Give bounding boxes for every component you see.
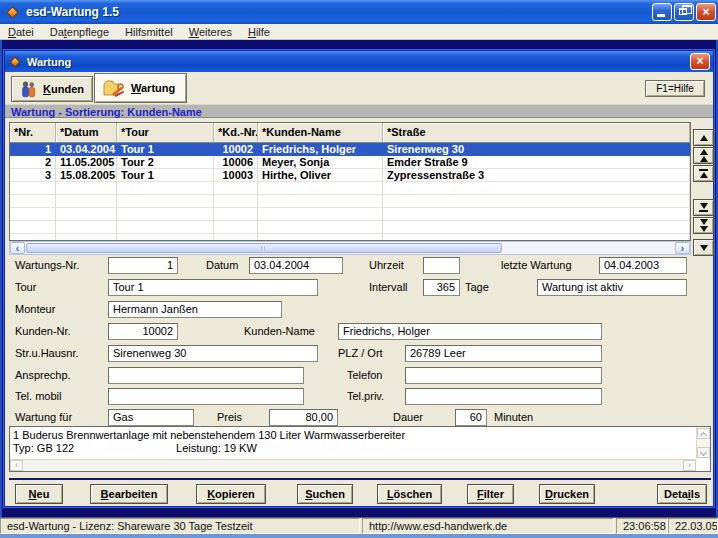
notes-scroll-down-button[interactable] xyxy=(697,447,710,458)
menu-item-datei[interactable]: Datei xyxy=(0,24,42,40)
notes-scroll-left-button[interactable]: ‹ xyxy=(10,460,23,471)
button-panel-divider xyxy=(9,478,711,480)
table-row-empty xyxy=(10,208,690,221)
tour-label: Tour xyxy=(15,279,36,296)
scroll-bottom-button[interactable] xyxy=(693,199,714,216)
notes-hscrollbar[interactable]: ‹ › xyxy=(10,459,696,471)
scroll-up-button[interactable] xyxy=(693,129,714,146)
dialog-close-button[interactable]: × xyxy=(690,53,710,70)
monteur-label: Monteur xyxy=(15,301,55,318)
plz-ort-field[interactable]: 26789 Leer xyxy=(405,345,602,362)
wartung-fuer-field[interactable]: Gas xyxy=(108,409,194,426)
details-button[interactable]: Details xyxy=(657,484,707,504)
strasse-field[interactable]: Sirenenweg 30 xyxy=(108,345,318,362)
sort-bar: Wartung - Sortierung: Kunden-Name xyxy=(5,104,713,118)
table-header: *Nr. *Datum *Tour *Kd.-Nr. *Kunden-Name … xyxy=(10,123,690,143)
table-row[interactable]: 3 15.08.2005 Tour 1 10003 Hirthe, Oliver… xyxy=(10,169,690,182)
letzte-wartung-label: letzte Wartung xyxy=(501,257,572,274)
kunden-name-field[interactable]: Friedrichs, Holger xyxy=(338,323,602,340)
col-header-tour[interactable]: *Tour xyxy=(117,123,214,143)
scroll-down-button[interactable] xyxy=(693,239,714,256)
maintenance-notes-textarea[interactable]: 1 Buderus Brennwertanlage mit nebenstehe… xyxy=(9,426,711,472)
scroll-page-down-button[interactable] xyxy=(693,217,714,234)
tab-wartung[interactable]: Wartung xyxy=(94,73,187,103)
monteur-field[interactable]: Hermann Janßen xyxy=(108,301,282,318)
cell-datum: 03.04.2004 xyxy=(56,143,117,156)
wartungs-nr-field[interactable]: 1 xyxy=(108,257,178,274)
minimize-button[interactable] xyxy=(652,3,672,21)
telefon-field[interactable] xyxy=(405,367,602,384)
tab-kunden-label: Kunden xyxy=(43,83,84,95)
cell-nr: 2 xyxy=(10,156,56,169)
scroll-left-button[interactable]: ‹ xyxy=(10,242,25,254)
uhrzeit-field[interactable] xyxy=(423,257,460,274)
drucken-button[interactable]: Drucken xyxy=(539,484,595,504)
chevron-up-icon xyxy=(700,432,707,439)
hscroll-thumb[interactable] xyxy=(26,243,502,253)
double-arrow-down-icon xyxy=(700,219,708,225)
cell-strasse: Emder Straße 9 xyxy=(383,156,690,169)
scroll-top-button[interactable] xyxy=(693,165,714,182)
table-row[interactable]: 1 03.04.2004 Tour 1 10002 Friedrichs, Ho… xyxy=(10,143,690,156)
menu-item-datenpflege[interactable]: Datenpflege xyxy=(42,24,117,40)
dialog-title: Wartung xyxy=(27,56,71,68)
dauer-field[interactable]: 60 xyxy=(455,409,487,426)
cell-strasse: Zypressenstraße 3 xyxy=(383,169,690,182)
tour-field[interactable]: Tour 1 xyxy=(108,279,318,296)
loeschen-button[interactable]: Löschen xyxy=(377,484,442,504)
notes-scroll-up-button[interactable] xyxy=(697,428,710,439)
status-date: 22.03.05 xyxy=(668,518,718,534)
col-header-kdnr[interactable]: *Kd.-Nr. xyxy=(214,123,258,143)
status-license: esd-Wartung - Lizenz: Shareware 30 Tage … xyxy=(0,518,360,534)
datum-label: Datum xyxy=(206,257,238,274)
datum-field[interactable]: 03.04.2004 xyxy=(249,257,343,274)
col-header-datum[interactable]: *Datum xyxy=(56,123,117,143)
close-button[interactable]: × xyxy=(696,3,716,21)
preis-field[interactable]: 80,00 xyxy=(269,409,338,426)
col-header-name[interactable]: *Kunden-Name xyxy=(258,123,383,143)
notes-scroll-right-button[interactable]: › xyxy=(683,460,696,471)
wartung-status-field[interactable]: Wartung ist aktiv xyxy=(537,279,687,296)
notes-vscrollbar[interactable] xyxy=(696,427,710,459)
table-row[interactable]: 2 11.05.2005 Tour 2 10006 Meyer, Sonja E… xyxy=(10,156,690,169)
kopieren-button[interactable]: Kopieren xyxy=(196,484,266,504)
neu-button[interactable]: Neu xyxy=(15,484,63,504)
table-row-empty xyxy=(10,195,690,208)
cell-nr: 1 xyxy=(10,143,56,156)
restore-icon xyxy=(679,8,687,15)
wartungs-nr-label: Wartungs-Nr. xyxy=(15,257,79,274)
intervall-field[interactable]: 365 xyxy=(423,279,460,296)
arrow-up-icon xyxy=(700,135,708,141)
letzte-wartung-field[interactable]: 04.04.2003 xyxy=(599,257,687,274)
wartung-fuer-label: Wartung für xyxy=(15,409,72,426)
tel-priv-field[interactable] xyxy=(405,388,602,405)
cell-tour: Tour 2 xyxy=(117,156,214,169)
suchen-button[interactable]: Suchen xyxy=(297,484,353,504)
ansprechp-field[interactable] xyxy=(108,367,304,384)
menu-item-hilfsmittel[interactable]: Hilfsmittel xyxy=(117,24,181,40)
scroll-page-up-button[interactable] xyxy=(693,147,714,164)
tab-kunden[interactable]: Kunden xyxy=(11,76,93,102)
restore-button[interactable] xyxy=(674,3,694,21)
statusbar: esd-Wartung - Lizenz: Shareware 30 Tage … xyxy=(0,517,718,534)
dialog-icon xyxy=(9,56,20,67)
cell-tour: Tour 1 xyxy=(117,143,214,156)
col-header-nr[interactable]: *Nr. xyxy=(10,123,56,143)
double-arrow-up-icon xyxy=(700,149,708,155)
table-hscrollbar[interactable]: ‹ › xyxy=(9,241,691,255)
scroll-right-button[interactable]: › xyxy=(675,242,690,254)
notes-typ: Typ: GB 122 xyxy=(13,442,173,455)
filter-button[interactable]: Filter xyxy=(467,484,514,504)
tel-mobil-field[interactable] xyxy=(108,388,304,405)
col-header-strasse[interactable]: *Straße xyxy=(383,123,690,143)
cell-kdnr: 10006 xyxy=(214,156,258,169)
f1-help-button[interactable]: F1=Hilfe xyxy=(645,80,705,97)
kunden-name-label: Kunden-Name xyxy=(244,323,315,340)
kunden-nr-field[interactable]: 10002 xyxy=(108,323,178,340)
notes-text: 1 Buderus Brennwertanlage mit nebenstehe… xyxy=(13,429,694,458)
menu-item-hilfe[interactable]: Hilfe xyxy=(240,24,278,40)
menu-item-weiteres[interactable]: Weiteres xyxy=(181,24,240,40)
status-url: http://www.esd-handwerk.de xyxy=(362,518,614,534)
dialog-titlebar: Wartung xyxy=(5,51,713,72)
bearbeiten-button[interactable]: Bearbeiten xyxy=(90,484,168,504)
